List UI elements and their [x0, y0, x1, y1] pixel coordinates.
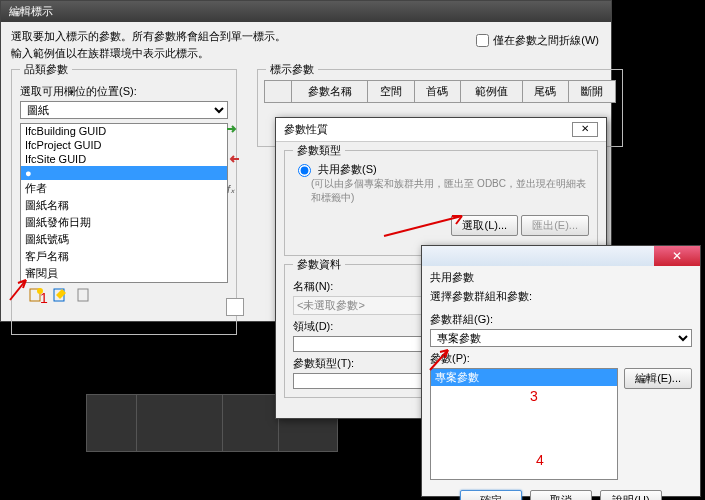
shared-cancel-button[interactable]: 取消	[530, 490, 592, 500]
shared-help-button[interactable]: 說明(H)	[600, 490, 662, 500]
param-group-label: 參數群組(G):	[430, 312, 692, 327]
annotation-1: 1	[40, 290, 48, 306]
title-bar: 編輯標示	[1, 1, 611, 22]
shared-title: 共用參數	[422, 266, 700, 289]
export-button[interactable]: 匯出(E)...	[521, 215, 589, 236]
fx-icon[interactable]: fₓ	[225, 181, 241, 198]
field-source-label: 選取可用欄位的位置(S):	[20, 84, 228, 99]
param-type-group: 參數類型	[293, 143, 345, 158]
shared-note: (可以由多個專案和族群共用，匯出至 ODBC，並出現在明細表和標籤中)	[293, 177, 589, 205]
param-listbox[interactable]: 專案參數	[430, 368, 618, 480]
annotation-4: 4	[536, 452, 544, 468]
param-list-label: 參數(P):	[430, 351, 692, 366]
shared-param-radio[interactable]: 共用參數(S)	[293, 161, 589, 177]
field-source-select[interactable]: 圖紙	[20, 101, 228, 119]
param-group-select[interactable]: 專案參數	[430, 329, 692, 347]
annotation-3: 3	[530, 388, 538, 404]
shared-ok-button[interactable]: 確定	[460, 490, 522, 500]
props-close-icon[interactable]: ✕	[572, 122, 598, 137]
category-group-title: 品類參數	[20, 62, 72, 77]
wrap-checkbox[interactable]: 僅在參數之間折線(W)	[476, 33, 599, 48]
svg-rect-3	[78, 289, 88, 301]
param-data-group: 參數資料	[293, 257, 345, 272]
edit-button[interactable]: 編輯(E)...	[624, 368, 692, 389]
label-params-table: 參數名稱 空間 首碼 範例值 尾碼 斷開	[264, 80, 616, 103]
available-fields-list[interactable]: IfcBuilding GUID IfcProject GUID IfcSite…	[20, 123, 228, 283]
select-button[interactable]: 選取(L)...	[451, 215, 518, 236]
move-up-icon[interactable]	[226, 298, 244, 316]
label-params-title: 標示參數	[266, 62, 318, 77]
add-param-icon[interactable]	[76, 287, 92, 303]
props-title: 參數性質	[284, 122, 328, 137]
shared-params-dialog: ✕ 共用參數 選擇參數群組和參數: 參數群組(G): 專案參數 參數(P): 專…	[421, 245, 701, 497]
edit-param-icon[interactable]	[52, 287, 68, 303]
remove-arrow-icon[interactable]	[225, 151, 241, 167]
shared-instr: 選擇參數群組和參數:	[422, 289, 700, 304]
close-button[interactable]: ✕	[654, 246, 700, 266]
add-arrow-icon[interactable]	[225, 121, 241, 137]
